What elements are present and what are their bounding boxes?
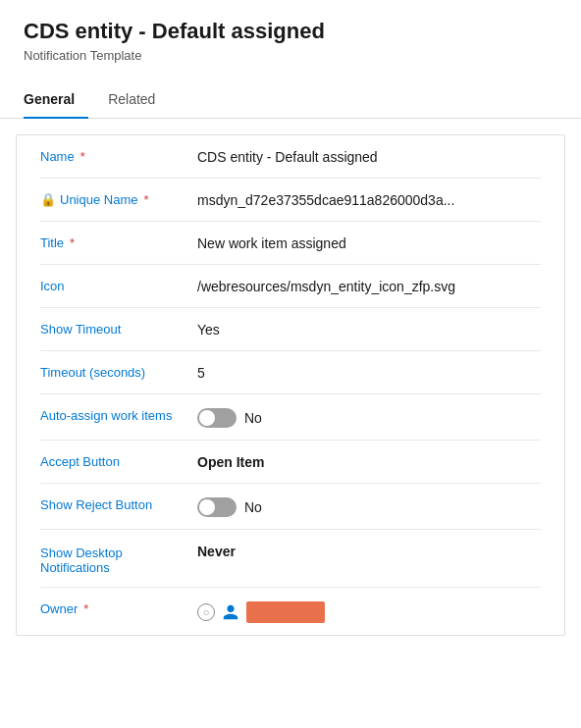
field-row-accept-button: Accept Button Open Item xyxy=(40,441,541,484)
person-icon xyxy=(221,602,240,622)
label-name: Name * xyxy=(40,147,197,164)
value-show-desktop: Never xyxy=(197,542,541,559)
toggle-container-show-reject: No xyxy=(197,497,541,517)
toggle-show-reject[interactable] xyxy=(197,497,237,517)
value-auto-assign: No xyxy=(197,406,541,428)
toggle-label-auto-assign: No xyxy=(244,410,262,426)
page-title: CDS entity - Default assigned xyxy=(24,18,557,46)
label-timeout-seconds: Timeout (seconds) xyxy=(40,363,197,380)
field-row-timeout-seconds: Timeout (seconds) 5 xyxy=(40,351,541,394)
required-indicator: * xyxy=(80,149,85,164)
value-owner: ○ xyxy=(197,599,541,623)
owner-placeholder xyxy=(246,601,325,623)
value-show-timeout: Yes xyxy=(197,320,541,338)
toggle-auto-assign[interactable] xyxy=(197,408,237,428)
label-show-desktop: Show Desktop Notifications xyxy=(40,542,197,575)
value-name: CDS entity - Default assigned xyxy=(197,147,541,165)
field-row-auto-assign: Auto-assign work items No xyxy=(40,394,541,441)
required-indicator: * xyxy=(144,192,149,207)
label-auto-assign: Auto-assign work items xyxy=(40,406,197,423)
field-row-show-timeout: Show Timeout Yes xyxy=(40,308,541,351)
label-title: Title * xyxy=(40,234,197,250)
field-row-unique-name: 🔒 Unique Name * msdyn_d72e37355dcae911a8… xyxy=(40,179,541,222)
lock-icon: 🔒 xyxy=(40,192,56,207)
tab-general[interactable]: General xyxy=(24,83,88,119)
value-accept-button: Open Item xyxy=(197,452,541,470)
label-owner: Owner * xyxy=(40,599,197,616)
page-subtitle: Notification Template xyxy=(24,48,557,63)
field-row-title: Title * New work item assigned xyxy=(40,222,541,265)
field-row-show-desktop: Show Desktop Notifications Never xyxy=(40,530,541,588)
owner-field: ○ xyxy=(197,601,541,623)
value-icon: /webresources/msdyn_entity_icon_zfp.svg xyxy=(197,277,541,294)
required-indicator: * xyxy=(83,601,88,616)
field-row-owner: Owner * ○ xyxy=(40,588,541,635)
toggle-container-auto-assign: No xyxy=(197,408,541,428)
label-accept-button: Accept Button xyxy=(40,452,197,469)
field-row-icon: Icon /webresources/msdyn_entity_icon_zfp… xyxy=(40,265,541,308)
required-indicator: * xyxy=(70,235,75,250)
label-show-timeout: Show Timeout xyxy=(40,320,197,337)
tabs-container: General Related xyxy=(0,71,581,119)
page-header: CDS entity - Default assigned Notificati… xyxy=(0,0,581,63)
label-unique-name: 🔒 Unique Name * xyxy=(40,190,197,207)
value-unique-name: msdyn_d72e37355dcae911a826000d3a... xyxy=(197,190,541,208)
field-row-name: Name * CDS entity - Default assigned xyxy=(40,135,541,179)
tab-related[interactable]: Related xyxy=(108,83,169,119)
value-title: New work item assigned xyxy=(197,234,541,251)
label-show-reject: Show Reject Button xyxy=(40,495,197,512)
toggle-label-show-reject: No xyxy=(244,499,262,515)
info-icon: ○ xyxy=(197,603,215,621)
label-icon: Icon xyxy=(40,277,197,293)
form-container: Name * CDS entity - Default assigned 🔒 U… xyxy=(16,134,565,636)
value-timeout-seconds: 5 xyxy=(197,363,541,381)
field-row-show-reject: Show Reject Button No xyxy=(40,484,541,530)
value-show-reject: No xyxy=(197,495,541,517)
